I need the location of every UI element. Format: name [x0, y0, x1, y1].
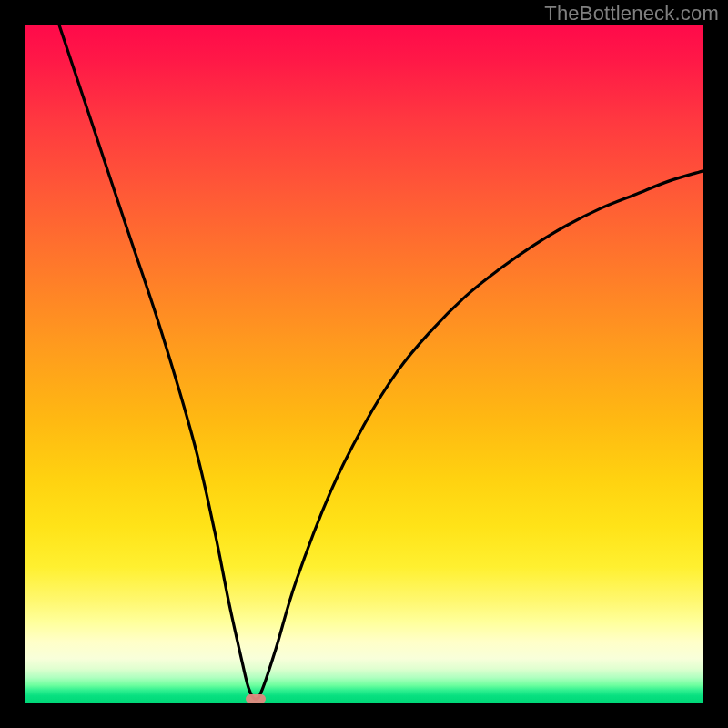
plot-area [25, 25, 703, 703]
chart-frame: TheBottleneck.com [0, 0, 728, 728]
bottleneck-curve [25, 25, 703, 703]
minimum-marker [246, 694, 266, 703]
watermark-text: TheBottleneck.com [544, 2, 719, 25]
